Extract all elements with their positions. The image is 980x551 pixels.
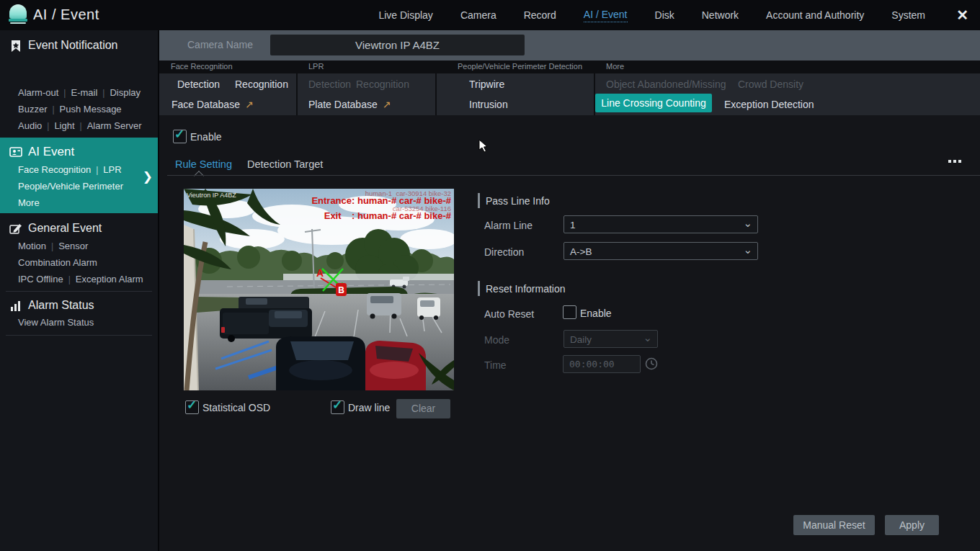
direction-label: Direction: [484, 246, 524, 258]
alarm-line-label: Alarm Line: [484, 220, 533, 231]
sidebar-section-event-notification[interactable]: Event Notification: [0, 39, 158, 55]
sidebar-item-group: People/Vehicle Perimeter: [18, 181, 155, 192]
sidebar-item-motion[interactable]: Motion: [18, 241, 46, 251]
nav-ai-event[interactable]: AI / Event: [584, 9, 628, 22]
sidebar-item-people-vehicle-perimeter[interactable]: People/Vehicle Perimeter: [18, 181, 123, 192]
tab-lpr-recognition[interactable]: Recognition: [356, 79, 409, 90]
apply-button[interactable]: Apply: [885, 515, 939, 535]
sidebar-item-display[interactable]: Display: [97, 87, 141, 98]
check-icon: ✓: [187, 398, 197, 413]
sidebar-item-group: Combination Alarm: [18, 257, 155, 268]
sidebar-item-lpr[interactable]: LPR: [91, 164, 121, 175]
sidebar-item-exception-alarm[interactable]: Exception Alarm: [63, 274, 143, 285]
tab-face-detection[interactable]: Detection: [177, 79, 220, 90]
sidebar-item-more[interactable]: More: [18, 197, 40, 208]
divider: [296, 61, 298, 115]
alarm-line-select[interactable]: 1 ⌄: [564, 215, 758, 233]
sidebar-item-alarm-out[interactable]: Alarm-out: [18, 87, 58, 98]
sidebar-item-group: More: [18, 197, 155, 208]
nav-record[interactable]: Record: [524, 9, 556, 21]
mode-select-disabled[interactable]: Daily ⌄: [564, 330, 658, 348]
close-icon[interactable]: ✕: [956, 6, 968, 24]
mouse-cursor: [478, 139, 490, 153]
nav-account-authority[interactable]: Account and Authority: [766, 9, 864, 21]
mode-label: Mode: [484, 334, 509, 346]
sidebar-item-audio[interactable]: Audio: [18, 120, 42, 131]
nav-live-display[interactable]: Live Display: [378, 9, 432, 21]
chevron-down-icon: ⌄: [743, 241, 752, 259]
chevron-down-icon: ⌄: [743, 214, 752, 232]
marker-b-label: B: [338, 285, 344, 295]
sidebar-item-email[interactable]: E-mail: [58, 87, 97, 98]
sidebar-section-ai-event-active[interactable]: AI Event Face RecognitionLPR People/Vehi…: [0, 138, 158, 213]
auto-reset-label: Auto Reset: [484, 308, 534, 320]
group-header-more: More: [606, 62, 624, 71]
sidebar-item-combination-alarm[interactable]: Combination Alarm: [18, 257, 97, 268]
reset-information-header: Reset Information: [486, 283, 566, 295]
camera-preview[interactable]: A B Vieutron IP A4BZ human-1 car-30914 b…: [184, 189, 454, 390]
sidebar-item-ipc-offline[interactable]: IPC Offline: [18, 274, 63, 285]
draw-line-checkbox[interactable]: ✓: [331, 400, 344, 414]
sidebar-item-alarm-server[interactable]: Alarm Server: [75, 120, 142, 131]
sidebar-item-sensor[interactable]: Sensor: [46, 241, 88, 251]
sidebar-section-alarm-status[interactable]: Alarm Status: [0, 299, 158, 315]
page-title: AI / Event: [33, 6, 99, 23]
check-icon: ✓: [332, 398, 342, 413]
vehicle-gray-van: [367, 293, 401, 319]
more-options-icon[interactable]: [948, 160, 961, 163]
nvr-settings-window: AI / Event Live Display Camera Record AI…: [0, 0, 980, 551]
sidebar-item-face-recognition[interactable]: Face Recognition: [18, 164, 91, 175]
tab-object-abandoned-missing[interactable]: Object Abandoned/Missing: [606, 79, 726, 90]
group-header-face-recognition: Face Recognition: [171, 62, 233, 71]
sidebar-item-view-alarm-status[interactable]: View Alarm Status: [18, 317, 94, 328]
link-plate-database[interactable]: Plate Database↗: [308, 99, 391, 110]
tab-lpr-detection[interactable]: Detection: [308, 79, 351, 90]
clock-icon[interactable]: [644, 357, 659, 371]
tab-exception-detection[interactable]: Exception Detection: [724, 99, 814, 110]
sidebar-item-group: BuzzerPush Message: [18, 104, 155, 115]
osd-exit-counter: Exit : human-# car-# bike-#: [324, 210, 452, 221]
group-header-people-vehicle: People/Vehicle Perimeter Detection: [458, 62, 582, 71]
manual-reset-button[interactable]: Manual Reset: [793, 515, 875, 535]
bookmark-icon: [9, 40, 22, 53]
sidebar-item-push-message[interactable]: Push Message: [47, 104, 121, 115]
tab-face-recognition[interactable]: Recognition: [235, 79, 288, 90]
enable-checkbox[interactable]: ✓: [173, 130, 187, 143]
auto-reset-enable-checkbox[interactable]: [563, 305, 576, 319]
tab-rule-setting[interactable]: Rule Setting: [175, 158, 232, 170]
main-nav: Live Display Camera Record AI / Event Di…: [378, 0, 925, 30]
tab-detection-target[interactable]: Detection Target: [247, 158, 323, 170]
bar-chart-icon: [9, 300, 22, 313]
nav-camera[interactable]: Camera: [460, 9, 496, 21]
divider: [6, 335, 152, 336]
sidebar-item-group: Alarm-outE-mailDisplay: [18, 87, 155, 98]
tab-line-crossing-counting-selected[interactable]: Line Crossing Counting: [595, 94, 712, 112]
sidebar-section-general-event[interactable]: General Event: [0, 222, 158, 238]
sidebar-item-group: View Alarm Status: [18, 317, 155, 328]
sidebar-item-buzzer[interactable]: Buzzer: [18, 104, 47, 115]
time-input-disabled[interactable]: 00:00:00: [563, 355, 641, 373]
statistical-osd-checkbox[interactable]: ✓: [185, 400, 199, 414]
tab-intrusion[interactable]: Intrusion: [469, 99, 508, 110]
tab-tripwire[interactable]: Tripwire: [469, 79, 504, 90]
sidebar-item-group: MotionSensor: [18, 241, 155, 251]
auto-reset-enable-label: Enable: [580, 308, 612, 319]
chevron-down-icon: ⌄: [643, 328, 652, 346]
active-tab-caret: [194, 171, 204, 181]
camera-name-select[interactable]: Viewtron IP A4BZ: [270, 35, 525, 55]
expand-chevron-icon[interactable]: ❯: [143, 169, 153, 184]
nav-network[interactable]: Network: [702, 9, 739, 21]
nav-system[interactable]: System: [891, 9, 925, 21]
statistical-osd-label: Statistical OSD: [202, 402, 270, 413]
link-face-database[interactable]: Face Database↗: [172, 99, 254, 110]
nav-disk[interactable]: Disk: [655, 9, 674, 21]
vehicle-red-car: [365, 341, 426, 390]
check-icon: ✓: [174, 127, 184, 142]
clear-button[interactable]: Clear: [396, 399, 450, 418]
camera-name-label: Camera Name: [187, 39, 253, 50]
sidebar-item-light[interactable]: Light: [42, 120, 74, 131]
divider: [6, 291, 152, 292]
ai-feature-bar: Face Recognition LPR People/Vehicle Peri…: [159, 61, 980, 115]
direction-select[interactable]: A->B ⌄: [564, 242, 758, 260]
tab-crowd-density[interactable]: Crowd Density: [738, 79, 803, 90]
